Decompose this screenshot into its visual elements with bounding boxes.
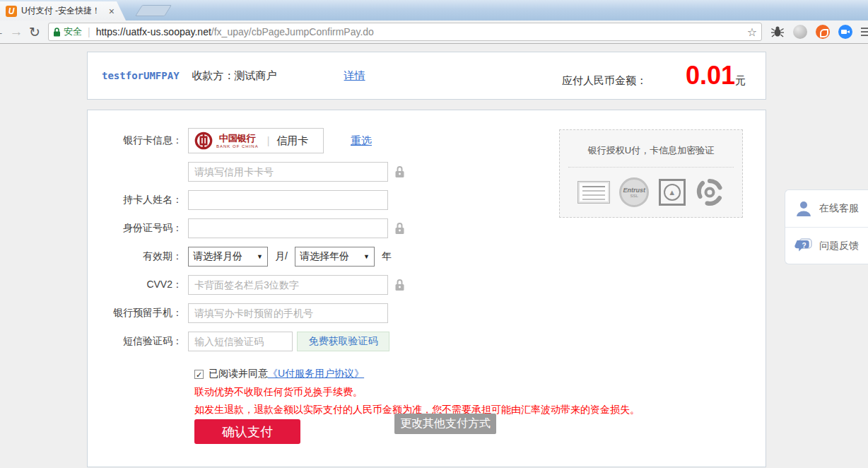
secure-label: 安全 [64,25,82,38]
sms-code-input[interactable] [188,332,293,351]
card-type-label: 信用卡 [276,134,308,148]
chevron-down-icon: ▼ [363,253,370,260]
agreement-link[interactable]: 《U付服务用户协议》 [268,368,364,380]
id-number-input[interactable] [188,218,388,238]
expiry-row: 有效期： 请选择月份 ▼ 月/ 请选择年份 ▼ 年 [88,247,766,267]
card-number-input[interactable] [188,162,388,182]
amount-block: 应付人民币金额： 0.01 元 [562,63,746,88]
confirm-pay-button[interactable]: 确认支付 [194,419,300,444]
umf-swirl-icon [695,177,725,207]
extension-orange-icon[interactable] [816,25,830,39]
bank-name-block: 中国银行 BANK OF CHINA [216,134,259,148]
details-link[interactable]: 详情 [344,69,365,83]
security-badges: Entrust SSL ▲ [560,177,742,207]
license-certificate-icon [577,181,610,204]
expiry-month-select[interactable]: 请选择月份 ▼ [188,247,268,267]
bank-of-china-logo-icon [194,131,213,150]
url-separator: | [88,26,90,37]
merchant-code: testforUMFPAY [102,70,180,81]
expiry-label: 有效期： [88,250,188,263]
phone-input[interactable] [188,303,388,323]
expiry-year-value: 请选择年份 [300,250,349,263]
security-panel-divider [568,167,734,168]
person-icon [794,199,813,218]
card-number-lock-icon [394,165,405,178]
id-number-lock-icon [394,222,405,235]
holder-name-input[interactable] [188,190,388,210]
amount-label: 应付人民币金额： [562,74,647,88]
tab-strip: U U付支付 -安全快捷！ × [0,0,868,21]
reselect-bank-link[interactable]: 重选 [351,134,372,148]
selected-bank-box: 中国银行 BANK OF CHINA | 信用卡 [188,128,324,153]
change-payment-method-button[interactable]: 更改其他支付方式 [394,414,496,434]
cvv2-label: CVV2： [88,279,188,291]
svg-text:?: ? [802,242,807,250]
url-host: https://uatfx-us.soopay.net [96,26,211,37]
currency-unit: 元 [735,74,746,88]
fee-notice-text: 联动优势不收取任何货币兑换手续费。 [194,386,766,399]
security-emblem-icon: ▲ [659,179,686,206]
month-unit-label: 月/ [275,250,288,263]
bank-name-cn: 中国银行 [219,134,256,143]
year-unit-label: 年 [382,250,392,263]
phone-row: 银行预留手机： [88,303,766,323]
online-service-button[interactable]: 在线客服 [785,190,868,227]
sms-code-row: 短信验证码： 免费获取验证码 [88,332,766,351]
security-assurance-panel: 银行授权U付，卡信息加密验证 Entrust SSL ▲ [559,129,743,218]
bookmark-star-icon[interactable]: ☆ [747,25,757,39]
online-service-label: 在线客服 [819,202,859,215]
extension-zoom-icon[interactable] [838,25,852,39]
cvv2-row: CVV2： [88,275,766,295]
tab-title: U付支付 -安全快捷！ [21,5,106,17]
payment-page: testforUMFPAY 收款方：测试商户 详情 应付人民币金额： 0.01 … [0,44,868,468]
browser-tab[interactable]: U U付支付 -安全快捷！ × [0,1,126,21]
address-bar[interactable]: 安全 | https://uatfx-us.soopay.net /fx_upa… [48,23,762,41]
sms-code-label: 短信验证码： [88,335,188,348]
id-number-label: 身份证号码： [88,222,188,235]
holder-name-label: 持卡人姓名： [88,194,188,206]
agreement-text: 已阅读并同意 [209,368,268,380]
tab-close-icon[interactable]: × [109,6,115,17]
agreement-checkbox[interactable]: ✓ [194,370,204,379]
bank-card-divider: | [267,135,270,146]
entrust-ssl-text: SSL [631,194,638,198]
browser-toolbar: ← → ↻ 安全 | https://uatfx-us.soopay.net /… [0,21,868,44]
feedback-label: 问题反馈 [819,240,859,252]
agreement-row: ✓ 已阅读并同意 《U付服务用户协议》 [194,368,766,380]
order-summary-card: testforUMFPAY 收款方：测试商户 详情 应付人民币金额： 0.01 … [87,52,766,100]
phone-label: 银行预留手机： [88,307,188,320]
question-bubble-icon: ? [794,237,813,255]
payee-label: 收款方：测试商户 [192,69,277,83]
secure-lock-icon [53,28,61,37]
upay-favicon-icon: U [6,6,17,17]
id-number-row: 身份证号码： [88,218,766,238]
bank-name-en: BANK OF CHINA [216,144,259,148]
expiry-year-select[interactable]: 请选择年份 ▼ [295,247,375,267]
payment-form-card: 银行卡信息： 中国银行 BANK OF CHINA | 信用卡 [87,110,766,467]
browser-window: U U付支付 -安全快捷！ × ← → ↻ 安全 | https://uatfx… [0,0,868,468]
cvv2-lock-icon [394,279,405,291]
extension-globe-icon[interactable] [793,25,807,39]
back-icon[interactable]: ← [0,24,7,40]
extension-bug-icon[interactable] [770,25,785,39]
amount-value: 0.01 [686,63,735,88]
reload-icon[interactable]: ↻ [25,24,44,40]
security-panel-title: 银行授权U付，卡信息加密验证 [560,144,742,157]
browser-menu-icon[interactable] [861,25,868,38]
forward-icon[interactable]: → [7,24,25,40]
url-path: /fx_upay/cbPageJumpConfirmPay.do [211,26,743,37]
entrust-text: Entrust [623,187,646,194]
side-help-panel: 在线客服 ? 问题反馈 [785,189,868,264]
entrust-ssl-seal-icon: Entrust SSL [619,177,649,207]
expiry-month-value: 请选择月份 [193,250,242,263]
bank-card-label: 银行卡信息： [88,134,188,147]
new-tab-button[interactable] [135,5,172,16]
cvv2-input[interactable] [188,275,388,295]
feedback-button[interactable]: ? 问题反馈 [785,227,868,264]
get-sms-code-button[interactable]: 免费获取验证码 [297,332,389,351]
chevron-down-icon: ▼ [257,253,263,260]
